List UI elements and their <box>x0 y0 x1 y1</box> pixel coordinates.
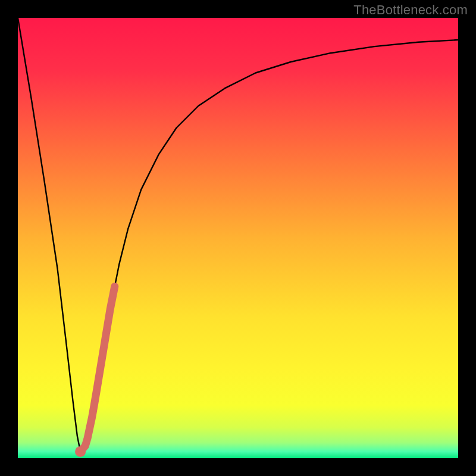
highlight-segment <box>83 286 115 448</box>
outer-frame: TheBottleneck.com <box>0 0 476 476</box>
plot-area <box>18 18 458 458</box>
bottleneck-curve <box>18 18 458 452</box>
curve-layer <box>18 18 458 458</box>
watermark-text: TheBottleneck.com <box>353 2 468 18</box>
minimum-marker <box>75 446 86 457</box>
